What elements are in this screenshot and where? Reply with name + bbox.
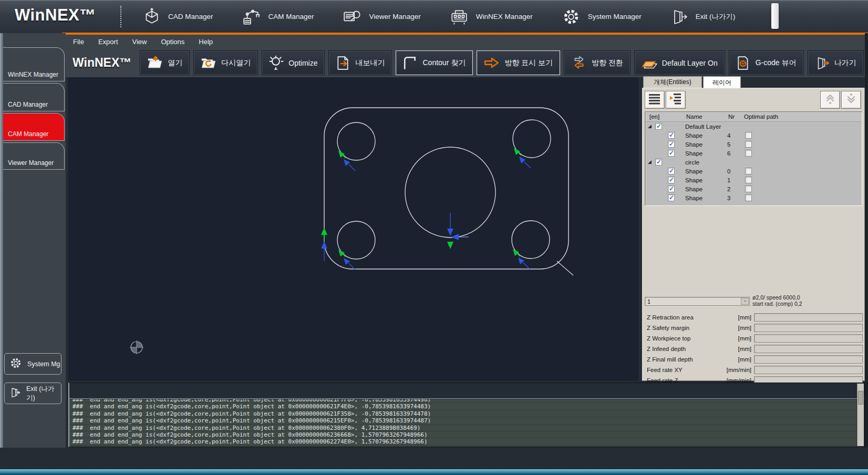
shape-name: Shape <box>685 150 727 157</box>
feed-rate-xy-input[interactable] <box>754 366 863 374</box>
layer-checkbox[interactable] <box>655 159 662 166</box>
window-right-frame <box>865 33 868 448</box>
param-unit: [mm/min] <box>683 367 754 373</box>
direction-switch-button[interactable]: 방향 전환 <box>564 50 631 75</box>
gcode-viewer-button[interactable]: G-code 뷰어 <box>729 50 804 75</box>
export-button[interactable]: 내보내기 <box>328 50 392 75</box>
log-line: ### end and end_ang is(<dxf2gcode,core,p… <box>69 403 856 410</box>
shape-checkbox[interactable] <box>668 185 675 192</box>
toolbar-button-label: Optimize <box>288 59 317 67</box>
optimal-path-checkbox[interactable] <box>745 168 752 174</box>
nav-system-manager[interactable]: System Manager <box>547 0 656 33</box>
param-label: Z Workpiece top <box>643 335 691 342</box>
nav-label: WinNEX Manager <box>476 13 533 20</box>
move-layer-down-button[interactable] <box>841 91 861 109</box>
direction-marker-center <box>447 213 469 249</box>
header-scrollbar-thumb[interactable] <box>771 3 779 29</box>
default-layer-button[interactable]: Default Layer On <box>634 50 725 75</box>
gcode-document-icon <box>736 56 751 70</box>
shape-checkbox[interactable] <box>668 194 675 201</box>
optimal-path-checkbox[interactable] <box>745 141 752 148</box>
folder-open-icon <box>147 56 163 70</box>
tab-layers[interactable]: 레이어 <box>703 76 741 88</box>
move-layer-up-button[interactable] <box>820 91 840 109</box>
nav-label: System Manager <box>588 13 642 20</box>
z-infeed-depth-input[interactable] <box>754 345 863 353</box>
menu-help[interactable]: Help <box>199 38 213 46</box>
nav-exit[interactable]: Exit (나가기) <box>656 0 750 33</box>
layer-checkbox[interactable] <box>655 123 662 130</box>
sidebar-button-label: Exit (나가기) <box>26 385 61 402</box>
menubar: File Export View Options Help <box>66 35 868 48</box>
param-unit: [mm] <box>694 314 754 321</box>
nav-cad-manager[interactable]: CAD Manager <box>128 0 228 33</box>
shape-checkbox[interactable] <box>668 141 675 148</box>
nav-viewer-manager[interactable]: Viewer Manager <box>328 0 435 33</box>
optimal-path-checkbox[interactable] <box>745 150 752 157</box>
sidebar-tab-viewer-manager[interactable]: Viewer Manager <box>3 142 65 170</box>
sidebar-tab-cam-manager[interactable]: CAM Manager <box>3 113 65 141</box>
optimal-path-checkbox[interactable] <box>745 185 752 192</box>
document-magnifier-icon <box>343 7 363 26</box>
expander-icon[interactable] <box>648 125 652 128</box>
tab-label: 레이어 <box>712 78 731 87</box>
exit-door-icon <box>670 7 689 26</box>
reopen-button[interactable]: 다시열기 <box>193 50 258 75</box>
tool-info-line2: start rad. (comp) 0,2 <box>752 301 802 307</box>
shape-checkbox[interactable] <box>668 150 675 157</box>
toolbar-exit-button[interactable]: 나가기 <box>808 50 864 75</box>
optimize-button[interactable]: Optimize <box>262 50 325 75</box>
direction-view-button[interactable]: 방향 표시 보기 <box>477 50 560 75</box>
z-retraction-area-input[interactable] <box>754 313 863 322</box>
menu-export[interactable]: Export <box>98 38 118 46</box>
sidebar-tab-label: CAM Manager <box>8 130 48 138</box>
sidebar-tab-cad-manager[interactable]: CAD Manager <box>3 83 65 111</box>
shape-checkbox[interactable] <box>668 177 675 183</box>
menu-options[interactable]: Options <box>161 38 184 46</box>
open-button[interactable]: 열기 <box>140 50 190 75</box>
shape-checkbox[interactable] <box>668 168 675 174</box>
param-row-z-workpiece: Z Workpiece top [mm] <box>643 333 865 344</box>
shape-row: Shape 0 <box>645 167 862 175</box>
menu-view[interactable]: View <box>132 38 147 46</box>
sidebar-tab-winnex-manager[interactable]: WinNEX Manager <box>3 47 65 81</box>
console-scrollbar[interactable] <box>857 384 864 446</box>
z-final-mill-depth-input[interactable] <box>754 355 863 364</box>
cad-canvas[interactable] <box>68 77 638 381</box>
contour-find-button[interactable]: Contour 찾기 <box>396 50 473 75</box>
toolbar-button-label: Default Layer On <box>662 59 718 67</box>
optimal-path-checkbox[interactable] <box>745 132 752 139</box>
menu-file[interactable]: File <box>73 38 84 46</box>
shape-checkbox[interactable] <box>668 132 675 139</box>
expander-icon[interactable] <box>648 160 652 164</box>
shape-nr: 4 <box>727 132 743 139</box>
layer-name: Default Layer <box>685 123 727 130</box>
console-scrollbar-thumb[interactable] <box>858 391 863 405</box>
cad-drawing <box>68 77 638 381</box>
gear-icon <box>9 356 23 371</box>
z-workpiece-top-input[interactable] <box>754 334 863 343</box>
origin-symbol <box>130 340 143 354</box>
shape-name: Shape <box>685 177 727 183</box>
log-line: ### end and end_ang is(<dxf2gcode,core,p… <box>69 410 856 417</box>
log-line: ### end and end_ang is(<dxf2gcode,core,p… <box>69 425 856 431</box>
z-safety-margin-input[interactable] <box>754 324 863 332</box>
flat-list-view-button[interactable] <box>645 91 665 109</box>
log-line: ### end and end_ang is(<dxf2gcode,core,p… <box>69 438 856 445</box>
combo-dropdown-arrow[interactable] <box>741 298 749 305</box>
shape-name: Shape <box>685 195 727 201</box>
sidebar-exit-button[interactable]: Exit (나가기) <box>4 383 61 404</box>
sidebar-tab-label: Viewer Manager <box>8 159 54 167</box>
param-row-z-retraction: Z Retraction area [mm] <box>643 312 865 323</box>
tree-view-button[interactable] <box>666 91 686 109</box>
optimal-path-checkbox[interactable] <box>745 177 752 183</box>
nav-winnex-manager[interactable]: WinNEX Manager <box>435 0 547 33</box>
optimal-path-checkbox[interactable] <box>745 194 752 201</box>
tab-entities[interactable]: 개체(Entities) <box>643 76 702 88</box>
nav-cam-manager[interactable]: CAM Manager <box>228 0 328 33</box>
sidebar-system-manager-button[interactable]: System Mg <box>4 353 61 375</box>
tool-select-combobox[interactable]: 1 <box>645 297 750 306</box>
toolbar-brand: WinNEX™ <box>73 56 131 70</box>
contour-rounded-rect <box>324 108 569 269</box>
shape-nr: 5 <box>727 141 743 148</box>
